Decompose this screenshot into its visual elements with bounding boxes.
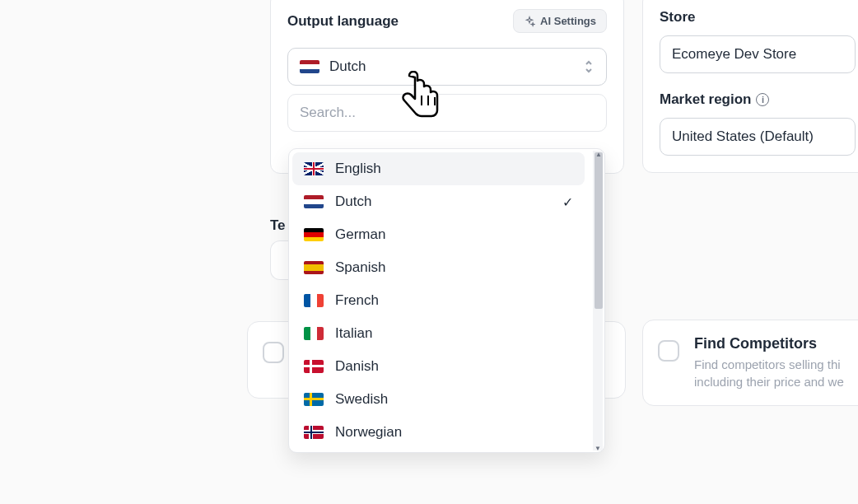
flag-se-icon: [304, 393, 324, 406]
output-language-title: Output language: [287, 13, 399, 30]
market-region-value: United States (Default): [672, 128, 814, 144]
option-italian[interactable]: Italian: [292, 317, 585, 350]
option-label: Spanish: [335, 259, 385, 276]
flag-dk-icon: [304, 360, 324, 373]
option-label: Norwegian: [335, 424, 402, 441]
option-label: Danish: [335, 358, 379, 375]
flag-nl-icon: [304, 195, 324, 208]
market-region-label: Market region: [660, 91, 751, 108]
option-french[interactable]: French: [292, 284, 585, 317]
dropdown-scrollbar-thumb[interactable]: [595, 152, 603, 309]
option-label: German: [335, 226, 385, 243]
flag-nl-icon: [300, 60, 319, 73]
option-label: English: [335, 161, 381, 177]
flag-de-icon: [304, 228, 324, 241]
option-german[interactable]: German: [292, 218, 585, 251]
option-spanish[interactable]: Spanish: [292, 251, 585, 284]
ai-settings-label: AI Settings: [540, 15, 596, 27]
option-danish[interactable]: Danish: [292, 350, 585, 383]
market-region-title: Market region i: [660, 91, 856, 108]
flag-fr-icon: [304, 294, 324, 307]
find-competitors-checkbox[interactable]: [658, 340, 679, 362]
option-dutch[interactable]: Dutch ✓: [292, 185, 585, 218]
language-search-input[interactable]: [300, 105, 595, 121]
output-language-select[interactable]: Dutch: [287, 48, 607, 86]
selected-language-label: Dutch: [329, 58, 366, 75]
find-competitors-content: Find Competitors Find competitors sellin…: [694, 335, 858, 390]
right-panel: Store Ecomeye Dev Store Market region i …: [642, 0, 858, 173]
language-dropdown: English Dutch ✓ German Spanish French It…: [288, 148, 605, 453]
partial-label: Te: [270, 217, 286, 234]
market-region-field[interactable]: United States (Default): [660, 118, 856, 156]
store-value: Ecomeye Dev Store: [672, 46, 796, 62]
language-search-wrap: [287, 94, 607, 132]
option-label: Dutch: [335, 194, 371, 210]
chevron-up-down-icon: [583, 59, 595, 74]
option-swedish[interactable]: Swedish: [292, 383, 585, 416]
find-competitors-card: Find Competitors Find competitors sellin…: [642, 320, 858, 406]
option-label: Swedish: [335, 391, 388, 408]
ai-settings-button[interactable]: AI Settings: [513, 9, 607, 33]
flag-es-icon: [304, 261, 324, 274]
sparkle-icon: [524, 16, 535, 27]
option-english[interactable]: English: [292, 152, 585, 185]
flag-gb-icon: [304, 162, 324, 175]
option-label: Italian: [335, 325, 372, 342]
info-icon[interactable]: i: [756, 93, 769, 106]
option-norwegian[interactable]: Norwegian: [292, 416, 585, 449]
scroll-down-arrow-icon: ▼: [595, 445, 601, 452]
option-label: French: [335, 292, 379, 309]
find-competitors-desc: Find competitors selling thi including t…: [694, 356, 858, 390]
partial-field-edge: [270, 240, 288, 280]
store-field[interactable]: Ecomeye Dev Store: [660, 35, 856, 73]
panel-header: Output language AI Settings: [287, 9, 607, 33]
store-title: Store: [660, 9, 856, 26]
flag-it-icon: [304, 327, 324, 340]
find-competitors-title: Find Competitors: [694, 335, 858, 352]
check-icon: ✓: [562, 194, 573, 210]
task-checkbox-left[interactable]: [263, 342, 284, 363]
flag-no-icon: [304, 426, 324, 439]
